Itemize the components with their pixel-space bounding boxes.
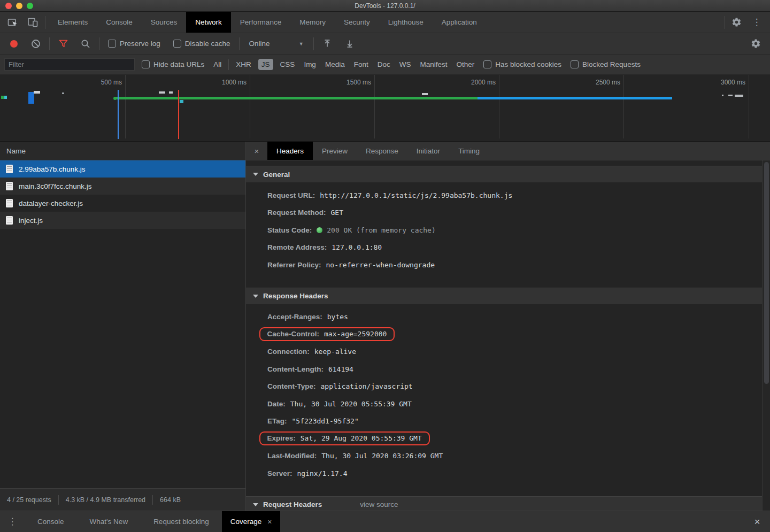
tab-sources[interactable]: Sources xyxy=(142,12,187,33)
drawer-tab-whats-new[interactable]: What's New xyxy=(77,511,141,532)
clear-icon[interactable] xyxy=(27,36,45,51)
request-name: datalayer-checker.js xyxy=(19,199,83,207)
checkbox-icon[interactable] xyxy=(173,40,181,48)
drawer-tab-request-blocking[interactable]: Request blocking xyxy=(141,511,222,532)
resources-size: 664 kB xyxy=(153,496,188,504)
request-mark xyxy=(1,96,4,99)
tab-elements[interactable]: Elements xyxy=(49,12,97,33)
header-value: 614194 xyxy=(328,365,353,373)
tab-memory[interactable]: Memory xyxy=(290,12,335,33)
detail-tab-timing[interactable]: Timing xyxy=(449,142,489,160)
header-value: "5f223dd1-95f32" xyxy=(292,417,359,425)
detail-tab-preview[interactable]: Preview xyxy=(313,142,357,160)
drawer-tab-coverage[interactable]: Coverage × xyxy=(222,511,281,532)
section-request-headers-header[interactable]: Request Headers view source xyxy=(246,496,762,511)
checkbox-icon[interactable] xyxy=(108,40,116,48)
annotation-highlight-box: Expires: Sat, 29 Aug 2020 05:55:39 GMT xyxy=(259,431,430,445)
request-mark xyxy=(422,93,428,95)
filter-type-css[interactable]: CSS xyxy=(278,59,297,70)
throttling-select[interactable]: Online ▼ xyxy=(244,40,309,48)
preserve-log-checkbox[interactable]: Preserve log xyxy=(104,40,165,48)
filter-type-other[interactable]: Other xyxy=(454,59,476,70)
tab-network[interactable]: Network xyxy=(186,12,231,33)
header-row: Status Code: 200 OK (from memory cache) xyxy=(267,221,762,239)
view-source-link[interactable]: view source xyxy=(360,500,398,508)
section-general-header[interactable]: General xyxy=(246,166,762,182)
gridline xyxy=(623,75,624,138)
header-value: Thu, 30 Jul 2020 05:55:39 GMT xyxy=(290,400,412,408)
close-drawer-icon[interactable]: × xyxy=(744,511,770,532)
drawer-menu-kebab-icon[interactable]: ⋮ xyxy=(0,511,25,532)
request-row[interactable]: inject.js xyxy=(0,212,245,229)
checkbox-icon[interactable] xyxy=(142,60,150,68)
filter-type-media[interactable]: Media xyxy=(323,59,347,70)
detail-tab-response[interactable]: Response xyxy=(357,142,407,160)
import-har-icon[interactable] xyxy=(318,36,336,51)
checkbox-icon[interactable] xyxy=(483,60,491,68)
settings-gear-icon[interactable] xyxy=(727,15,745,30)
checkbox-icon[interactable] xyxy=(571,60,579,68)
close-detail-icon[interactable]: × xyxy=(246,142,267,160)
hide-data-urls-checkbox[interactable]: Hide data URLs xyxy=(140,60,206,68)
zoom-window-icon[interactable] xyxy=(27,3,33,9)
section-request-headers: Request Headers view source Accept: */* xyxy=(246,496,762,511)
header-name: Cache-Control: xyxy=(267,330,320,338)
minimize-window-icon[interactable] xyxy=(16,3,22,9)
blocked-requests-checkbox[interactable]: Blocked Requests xyxy=(568,60,643,68)
filter-type-doc[interactable]: Doc xyxy=(375,59,392,70)
filter-input[interactable] xyxy=(4,58,135,71)
header-value: GET xyxy=(331,209,343,217)
section-response-headers-header[interactable]: Response Headers xyxy=(246,288,762,304)
devtools-tabbar: Elements Console Sources Network Perform… xyxy=(0,12,770,33)
filter-type-js[interactable]: JS xyxy=(258,59,273,70)
header-row: Date: Thu, 30 Jul 2020 05:55:39 GMT xyxy=(267,395,762,413)
filter-type-all[interactable]: All xyxy=(211,59,224,70)
header-value: Thu, 30 Jul 2020 03:26:09 GMT xyxy=(321,452,443,460)
column-header-name[interactable]: Name xyxy=(0,142,245,160)
detail-tabbar: × Headers Preview Response Initiator Tim… xyxy=(246,142,770,160)
filter-type-ws[interactable]: WS xyxy=(397,59,413,70)
close-tab-icon[interactable]: × xyxy=(267,518,272,526)
divider xyxy=(99,37,99,50)
filter-type-xhr[interactable]: XHR xyxy=(234,59,253,70)
inspect-element-icon[interactable] xyxy=(7,17,19,28)
window-titlebar: DevTools - 127.0.0.1/ xyxy=(0,0,770,12)
header-name: Referrer Policy: xyxy=(267,261,321,269)
network-overview-timeline[interactable]: 500 ms 1000 ms 1500 ms 2000 ms 2500 ms 3… xyxy=(0,75,770,142)
disable-cache-label: Disable cache xyxy=(185,40,230,48)
drawer-tab-console[interactable]: Console xyxy=(25,511,77,532)
tab-security[interactable]: Security xyxy=(335,12,379,33)
detail-tab-headers[interactable]: Headers xyxy=(267,142,313,160)
disable-cache-checkbox[interactable]: Disable cache xyxy=(169,40,235,48)
vertical-scrollbar[interactable] xyxy=(762,160,770,511)
scrollbar-thumb[interactable] xyxy=(764,162,769,384)
close-window-icon[interactable] xyxy=(5,3,12,9)
header-name: Status Code: xyxy=(267,226,312,234)
filter-type-manifest[interactable]: Manifest xyxy=(418,59,449,70)
load-event-line xyxy=(178,90,179,139)
record-icon[interactable] xyxy=(10,40,18,48)
detail-tab-initiator[interactable]: Initiator xyxy=(407,142,449,160)
network-settings-gear-icon[interactable] xyxy=(746,36,765,51)
filter-type-font[interactable]: Font xyxy=(352,59,371,70)
request-row[interactable]: main.3c0f7fcc.chunk.js xyxy=(0,178,245,195)
tab-application[interactable]: Application xyxy=(433,12,486,33)
tick-label: 2000 ms xyxy=(464,79,496,86)
search-icon[interactable] xyxy=(76,36,95,51)
more-options-kebab-icon[interactable]: ⋮ xyxy=(748,15,766,30)
tab-lighthouse[interactable]: Lighthouse xyxy=(379,12,433,33)
request-row[interactable]: datalayer-checker.js xyxy=(0,195,245,212)
filter-funnel-icon[interactable] xyxy=(54,36,72,51)
section-general: General Request URL: http://127.0.0.1/st… xyxy=(246,166,762,282)
filter-type-img[interactable]: Img xyxy=(302,59,318,70)
device-toolbar-icon[interactable] xyxy=(27,17,38,28)
section-title: Response Headers xyxy=(263,292,328,300)
requests-count: 4 / 25 requests xyxy=(0,496,58,504)
request-row[interactable]: 2.99aba57b.chunk.js xyxy=(0,160,245,178)
has-blocked-cookies-checkbox[interactable]: Has blocked cookies xyxy=(481,60,564,68)
header-name: Last-Modified: xyxy=(267,452,317,460)
tab-console[interactable]: Console xyxy=(97,12,142,33)
header-row: Connection: keep-alive xyxy=(267,343,762,361)
tab-performance[interactable]: Performance xyxy=(231,12,290,33)
export-har-icon[interactable] xyxy=(341,36,359,51)
